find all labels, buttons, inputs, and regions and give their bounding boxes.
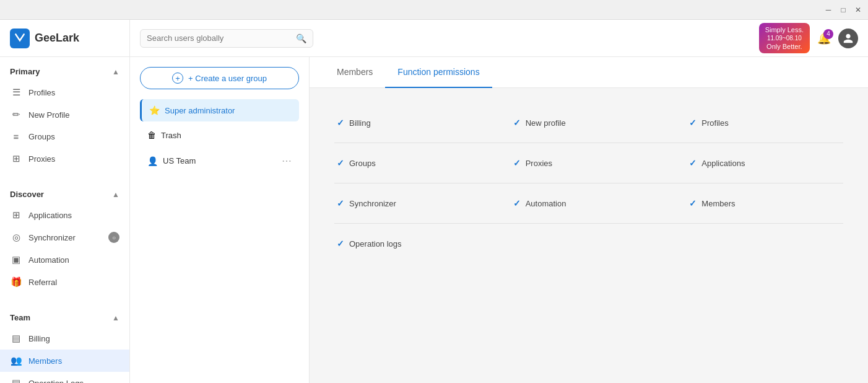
logo-text: GeeLark <box>35 32 79 45</box>
sidebar-item-proxies[interactable]: ⊞ Proxies <box>0 147 129 170</box>
user-avatar-button[interactable] <box>838 29 858 48</box>
sidebar-item-synchronizer[interactable]: ◎ Synchronizer ○ <box>0 226 129 249</box>
new-profile-check-icon: ✓ <box>513 118 521 128</box>
trash-icon: 🗑 <box>147 130 156 140</box>
app-header: GeeLark <box>0 20 129 57</box>
nav-section-primary: Primary ▲ ☰ Profiles ✏ New Profile ≡ Gro… <box>0 57 129 175</box>
billing-icon: ▤ <box>10 333 22 344</box>
top-header: 🔍 Simply Less. 11.09~08.10 Only Better. … <box>130 20 868 57</box>
minimize-button[interactable]: ─ <box>823 5 833 15</box>
left-panel-content: + + Create a user group ⭐ Super administ… <box>130 57 309 185</box>
tab-members[interactable]: Members <box>324 57 385 88</box>
sidebar-item-groups[interactable]: ≡ Groups <box>0 126 129 147</box>
sidebar-item-referral[interactable]: 🎁 Referral <box>0 271 129 293</box>
sidebar-item-profiles-label: Profiles <box>28 88 55 97</box>
header-actions: Simply Less. 11.09~08.10 Only Better. 🔔 … <box>759 23 858 54</box>
sidebar-item-members-label: Members <box>28 356 62 366</box>
group-item-us-team[interactable]: 👤 US Team ⋯ <box>140 149 299 173</box>
nav-section-discover: Discover ▲ ⊞ Applications ◎ Synchronizer… <box>0 180 129 298</box>
permission-operation-logs: ✓ Operation logs <box>324 224 501 263</box>
search-box: 🔍 <box>140 29 313 48</box>
permission-groups: ✓ Groups <box>324 143 501 183</box>
search-icon: 🔍 <box>296 33 306 43</box>
promo-line2: Only Better. <box>765 42 804 51</box>
nav-section-team: Team ▲ ▤ Billing 👥 Members ▤ Operation L… <box>0 303 129 383</box>
permission-synchronizer: ✓ Synchronizer <box>324 183 501 223</box>
create-group-label: + Create a user group <box>188 74 267 83</box>
trash-label: Trash <box>161 131 181 140</box>
group-item-left-super-admin: ⭐ Super administrator <box>149 105 235 115</box>
super-admin-label: Super administrator <box>165 106 235 115</box>
permissions-area: ✓ Billing ✓ New profile ✓ Profiles <box>310 88 868 383</box>
billing-permission-label: Billing <box>349 118 371 128</box>
permissions-container: ✓ Billing ✓ New profile ✓ Profiles <box>324 103 853 263</box>
search-input[interactable] <box>147 33 291 43</box>
permissions-row-1: ✓ Billing ✓ New profile ✓ Profiles <box>324 103 853 143</box>
permission-empty-2 <box>677 224 853 263</box>
sidebar-item-operation-logs-label: Operation Logs <box>28 379 84 384</box>
sidebar-item-billing-label: Billing <box>28 334 50 343</box>
primary-section-header[interactable]: Primary ▲ <box>0 62 129 81</box>
sidebar-item-automation-label: Automation <box>28 255 69 265</box>
permission-proxies: ✓ Proxies <box>501 143 677 183</box>
maximize-button[interactable]: □ <box>838 5 848 15</box>
sidebar: GeeLark Primary ▲ ☰ Profiles ✏ New Profi… <box>0 20 130 383</box>
us-team-action-icon[interactable]: ⋯ <box>282 155 292 167</box>
sidebar-item-applications-label: Applications <box>28 211 72 220</box>
notification-badge: 4 <box>823 29 833 39</box>
applications-permission-label: Applications <box>701 159 745 168</box>
sidebar-item-automation[interactable]: ▣ Automation <box>0 249 129 271</box>
close-button[interactable]: ✕ <box>853 5 863 15</box>
create-user-group-button[interactable]: + + Create a user group <box>140 67 299 89</box>
members-permission-label: Members <box>701 199 735 208</box>
permission-new-profile: ✓ New profile <box>501 103 677 143</box>
notification-button[interactable]: 🔔 4 <box>817 32 831 45</box>
sidebar-item-new-profile[interactable]: ✏ New Profile <box>0 103 129 126</box>
create-group-plus-icon: + <box>172 73 183 84</box>
sidebar-item-billing[interactable]: ▤ Billing <box>0 327 129 350</box>
permission-members: ✓ Members <box>677 183 853 223</box>
automation-permission-label: Automation <box>526 199 566 208</box>
permissions-row-4: ✓ Operation logs <box>324 224 853 263</box>
discover-section-header[interactable]: Discover ▲ <box>0 185 129 204</box>
groups-icon: ≡ <box>10 131 22 142</box>
sidebar-item-members[interactable]: 👥 Members <box>0 350 129 372</box>
synchronizer-permission-label: Synchronizer <box>349 199 396 208</box>
logo-icon <box>10 29 30 48</box>
super-admin-star-icon: ⭐ <box>149 105 160 115</box>
billing-check-icon: ✓ <box>337 118 344 128</box>
sidebar-item-applications[interactable]: ⊞ Applications <box>0 204 129 226</box>
permission-billing: ✓ Billing <box>324 103 501 143</box>
permissions-row-2: ✓ Groups ✓ Proxies ✓ Applications <box>324 143 853 183</box>
promo-banner[interactable]: Simply Less. 11.09~08.10 Only Better. <box>759 23 810 54</box>
sidebar-item-profiles[interactable]: ☰ Profiles <box>0 81 129 103</box>
group-item-super-admin[interactable]: ⭐ Super administrator <box>140 99 299 121</box>
permission-applications: ✓ Applications <box>677 143 853 183</box>
app-container: GeeLark Primary ▲ ☰ Profiles ✏ New Profi… <box>0 20 868 383</box>
team-section-header[interactable]: Team ▲ <box>0 308 129 327</box>
right-panel: Members Function permissions ✓ Billing <box>310 57 868 383</box>
header-search-area: 🔍 <box>140 29 313 48</box>
titlebar-controls: ─ □ ✕ <box>823 5 863 15</box>
tabs-bar: Members Function permissions <box>310 57 868 88</box>
sidebar-item-operation-logs[interactable]: ▤ Operation Logs <box>0 372 129 383</box>
new-profile-permission-label: New profile <box>526 118 566 128</box>
sidebar-item-referral-label: Referral <box>28 278 57 287</box>
referral-icon: 🎁 <box>10 276 22 288</box>
automation-check-icon: ✓ <box>513 198 521 208</box>
sidebar-item-proxies-label: Proxies <box>28 154 55 164</box>
synchronizer-badge: ○ <box>108 232 119 243</box>
permissions-row-3: ✓ Synchronizer ✓ Automation ✓ Members <box>324 183 853 223</box>
permission-profiles: ✓ Profiles <box>677 103 853 143</box>
proxies-permission-label: Proxies <box>526 159 552 168</box>
header-left: GeeLark <box>10 29 79 48</box>
members-icon: 👥 <box>10 355 22 366</box>
tab-function-permissions[interactable]: Function permissions <box>385 57 492 88</box>
us-team-person-icon: 👤 <box>147 156 158 166</box>
members-check-icon: ✓ <box>689 198 697 208</box>
primary-collapse-icon: ▲ <box>112 68 119 76</box>
applications-check-icon: ✓ <box>689 158 697 168</box>
groups-check-icon: ✓ <box>337 158 344 168</box>
group-item-trash[interactable]: 🗑 Trash <box>140 124 299 146</box>
promo-line1: Simply Less. 11.09~08.10 <box>765 25 804 42</box>
